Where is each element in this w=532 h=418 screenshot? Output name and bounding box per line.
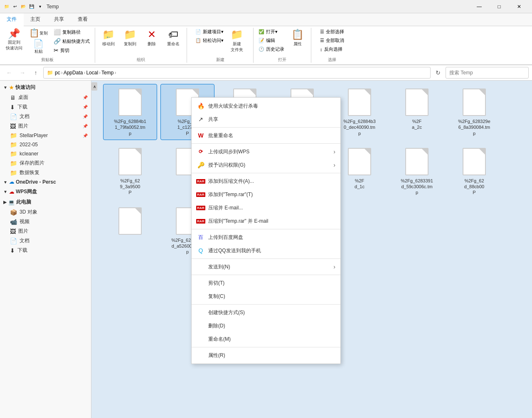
batch-rename-icon: W xyxy=(197,131,205,140)
close-button[interactable]: ✕ xyxy=(510,0,529,13)
history-button[interactable]: 🕐 历史记录 xyxy=(257,45,286,53)
tab-share[interactable]: 共享 xyxy=(47,13,71,26)
sidebar-item-documents2[interactable]: 📄 文档 xyxy=(0,236,91,246)
path-part-2[interactable]: AppData xyxy=(64,70,83,76)
tab-home[interactable]: 主页 xyxy=(24,13,47,26)
copy-button[interactable]: 📋 复制 xyxy=(27,28,50,38)
file-name-6: %2Fa_2c xyxy=(412,118,422,130)
ctx-properties[interactable]: 属性(R) xyxy=(192,349,340,362)
file-item-13[interactable]: %2Fg_6283391d_59c3006c.tmp xyxy=(390,143,444,199)
sidebar-item-documents[interactable]: 📄 文档 📌 xyxy=(0,112,91,121)
forward-button[interactable]: → xyxy=(17,67,28,79)
new-folder-button[interactable]: 📁 新建文件夹 xyxy=(227,28,247,54)
file-icon-15 xyxy=(118,207,143,236)
ctx-batch-rename[interactable]: W 批量重命名 xyxy=(192,129,340,142)
maximize-button[interactable]: □ xyxy=(490,0,509,13)
file-item-8[interactable]: %2Fg_629_3a9500P xyxy=(103,143,157,199)
onedrive-label: OneDrive - Persc xyxy=(16,179,56,185)
sidebar-toggle[interactable]: ∧ xyxy=(91,81,100,418)
open-button[interactable]: ✅ 打开▾ xyxy=(257,28,286,36)
quick-access-icon3[interactable]: 💾 xyxy=(28,3,35,10)
ctx-cut[interactable]: 剪切(T) xyxy=(192,276,340,290)
copy-to-button[interactable]: 📁 复制到 xyxy=(120,28,140,48)
file-icon-1 xyxy=(118,88,143,117)
up-button[interactable]: ↑ xyxy=(30,67,42,79)
file-icon-14 xyxy=(462,147,487,176)
sidebar-item-pictures2[interactable]: 🖼 图片 xyxy=(0,226,91,236)
ctx-compress-temp-email-label: 压缩到"Temp.rar" 并 E-mail xyxy=(208,218,268,225)
tab-view[interactable]: 查看 xyxy=(71,13,95,26)
invert-select-button[interactable]: ↕ 反向选择 xyxy=(318,45,346,53)
sidebar-item-desktop[interactable]: 🖥 桌面 📌 xyxy=(0,93,91,102)
file-item-14[interactable]: %2Fg_62d_88cb00P xyxy=(447,143,501,199)
easy-access-button[interactable]: 📋 轻松访问▾ xyxy=(194,37,225,44)
dropdown-icon[interactable]: ▾ xyxy=(37,3,43,10)
file-item-6[interactable]: %2Fa_2c xyxy=(390,84,444,140)
edit-button[interactable]: 📝 编辑 xyxy=(257,37,286,44)
sidebar-item-2022-05[interactable]: 📁 2022-05 xyxy=(0,140,91,149)
downloads-label: 下载 xyxy=(17,103,27,111)
sidebar-item-saved-pictures[interactable]: 📁 保存的图片 xyxy=(0,158,91,168)
delete-button[interactable]: ✕ 删除 xyxy=(142,28,162,48)
move-to-button[interactable]: 📁 ← 移动到 xyxy=(99,28,118,48)
paste-shortcut-button[interactable]: 🔗 粘贴快捷方式 xyxy=(52,37,91,45)
thispc-header[interactable]: ▶ 💻 此电脑 xyxy=(0,197,91,207)
sidebar-item-data-recovery[interactable]: 📁 数据恢复 xyxy=(0,168,91,177)
ctx-baidu[interactable]: 百 上传到百度网盘 xyxy=(192,231,340,244)
minimize-button[interactable]: — xyxy=(470,0,489,13)
ctx-wps-sync[interactable]: ⟳ 上传或同步到WPS xyxy=(192,145,340,158)
ctx-qq[interactable]: Q 通过QQ发送到我的手机 xyxy=(192,244,340,257)
copy-path-button[interactable]: ⬜ 复制路径 xyxy=(52,28,91,36)
ctx-compress-temp-email[interactable]: RAR 压缩到"Temp.rar" 并 E-mail xyxy=(192,214,340,228)
ctx-add-temp-rar[interactable]: RAR 添加到"Temp.rar"(T) xyxy=(192,188,340,201)
file-area[interactable]: ∧ %2Fg_62884b11_79fa0052.tmp %2Fg_621_c1… xyxy=(91,81,532,418)
ctx-grant-access[interactable]: 🔑 授予访问权限(G) xyxy=(192,158,340,172)
file-item-15[interactable] xyxy=(103,203,157,259)
ctx-create-shortcut[interactable]: 创建快捷方式(S) xyxy=(192,306,340,319)
cut-button[interactable]: ✂ 剪切 xyxy=(52,46,91,54)
wps-header[interactable]: ▼ ☁ WPS网盘 xyxy=(0,187,91,197)
quick-access-header[interactable]: ▼ ★ 快速访问 xyxy=(0,82,91,93)
thispc-expand-icon: ▶ xyxy=(3,200,7,204)
path-part-4[interactable]: Temp xyxy=(101,70,113,76)
select-all-button[interactable]: ☰ 全部选择 xyxy=(318,28,346,36)
3d-icon: 📦 xyxy=(10,209,17,216)
collapse-icon[interactable]: ∧ xyxy=(91,82,97,91)
sidebar-item-stellarplayer[interactable]: 📁 StellarPlayer 📌 xyxy=(0,131,91,140)
ctx-copy[interactable]: 复制(C) xyxy=(192,290,340,303)
sidebar-item-downloads[interactable]: ⬇ 下载 📌 xyxy=(0,102,91,112)
address-path[interactable]: 📁 pc › AppData › Local › Temp › xyxy=(43,67,431,79)
sidebar-item-kcleaner[interactable]: 📁 kcleaner xyxy=(0,149,91,158)
file-item-7[interactable]: %2Fg_628329e6_8a390084.tmp xyxy=(447,84,501,140)
deselect-all-button[interactable]: ☰ 全部取消 xyxy=(318,37,346,44)
file-item-1[interactable]: %2Fg_62884b11_79fa0052.tmp xyxy=(103,84,157,140)
path-part-3[interactable]: Local xyxy=(86,70,98,76)
ctx-add-archive[interactable]: RAR 添加到压缩文件(A)... xyxy=(192,175,340,188)
ctx-delete[interactable]: 删除(D) xyxy=(192,319,340,332)
search-input[interactable] xyxy=(446,67,529,79)
ctx-share[interactable]: ↗ 共享 xyxy=(192,113,340,126)
documents-icon: 📄 xyxy=(10,113,17,120)
ctx-compress-email[interactable]: RAR 压缩并 E-mail... xyxy=(192,201,340,214)
pin-quick-access-button[interactable]: 📌 固定到快速访问 xyxy=(3,28,25,52)
back-button[interactable]: ← xyxy=(3,67,15,79)
properties-button[interactable]: 📋 属性 xyxy=(288,28,308,48)
path-part-1[interactable]: pc xyxy=(55,70,60,76)
tab-file[interactable]: 文件 xyxy=(0,13,24,26)
rename-button[interactable]: 🏷 重命名 xyxy=(163,28,183,48)
sidebar-item-video[interactable]: 📹 视频 xyxy=(0,217,91,226)
onedrive-header[interactable]: ▼ ☁ OneDrive - Persc xyxy=(0,177,91,187)
new-item-button[interactable]: 📄 新建项目▾ xyxy=(194,28,225,36)
address-bar: ← → ↑ 📁 pc › AppData › Local › Temp › ↻ xyxy=(0,65,532,81)
quick-access-icon1[interactable]: ↩ xyxy=(12,3,18,10)
sidebar-item-pictures[interactable]: 🖼 图片 📌 xyxy=(0,121,91,131)
ctx-send-to[interactable]: 发送到(N) xyxy=(192,260,340,273)
paste-button[interactable]: 📄 粘贴 xyxy=(27,39,50,55)
quick-access-icon2[interactable]: 📂 xyxy=(20,3,27,10)
sidebar-item-3d[interactable]: 📦 3D 对象 xyxy=(0,207,91,217)
path-sep-3: › xyxy=(99,70,101,76)
ctx-antivirus[interactable]: 🔥 使用火绒安全进行杀毒 xyxy=(192,99,340,113)
refresh-button[interactable]: ↻ xyxy=(432,67,444,79)
ctx-rename[interactable]: 重命名(M) xyxy=(192,332,340,346)
sidebar-item-downloads2[interactable]: ⬇ 下载 xyxy=(0,246,91,255)
